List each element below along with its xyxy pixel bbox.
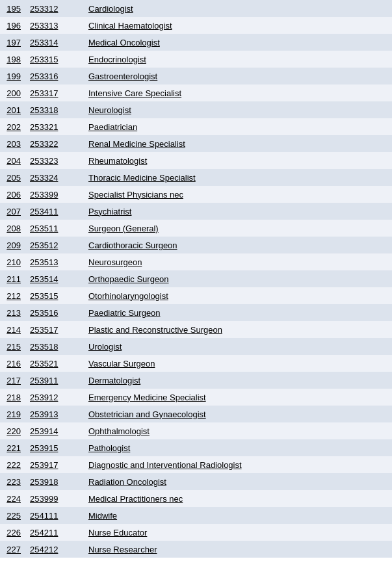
row-label: Vascular Surgeon bbox=[85, 355, 392, 372]
row-number: 207 bbox=[0, 203, 26, 220]
table-row: 222253917Diagnostic and Interventional R… bbox=[0, 456, 392, 473]
row-label: Orthopaedic Surgeon bbox=[85, 270, 392, 287]
row-number: 219 bbox=[0, 406, 26, 422]
row-code: 254211 bbox=[26, 524, 85, 541]
table-row: 217253911Dermatologist bbox=[0, 372, 392, 389]
row-label: Gastroenterologist bbox=[85, 68, 392, 84]
table-row: 225254111Midwife bbox=[0, 507, 392, 524]
table-row: 216253521Vascular Surgeon bbox=[0, 355, 392, 372]
row-label: Otorhinolaryngologist bbox=[85, 287, 392, 304]
row-label: Paediatrician bbox=[85, 118, 392, 135]
row-code: 253516 bbox=[26, 304, 85, 321]
table-row: 220253914Ophthalmologist bbox=[0, 422, 392, 439]
row-label: Thoracic Medicine Specialist bbox=[85, 169, 392, 186]
row-code: 253411 bbox=[26, 203, 85, 220]
row-label: Specialist Physicians nec bbox=[85, 186, 392, 203]
row-number: 221 bbox=[0, 439, 26, 456]
row-label: Psychiatrist bbox=[85, 203, 392, 220]
table-row: 204253323Rheumatologist bbox=[0, 152, 392, 169]
table-row: 215253518Urologist bbox=[0, 338, 392, 355]
row-label: Intensive Care Specialist bbox=[85, 84, 392, 101]
row-number: 218 bbox=[0, 389, 26, 406]
row-number: 226 bbox=[0, 524, 26, 541]
row-number: 215 bbox=[0, 338, 26, 355]
row-code: 253312 bbox=[26, 0, 85, 17]
row-code: 253914 bbox=[26, 422, 85, 439]
row-number: 210 bbox=[0, 253, 26, 270]
table-row: 196253313Clinical Haematologist bbox=[0, 17, 392, 34]
row-number: 214 bbox=[0, 321, 26, 338]
row-number: 206 bbox=[0, 186, 26, 203]
row-number: 200 bbox=[0, 84, 26, 101]
row-code: 253912 bbox=[26, 389, 85, 406]
row-number: 211 bbox=[0, 270, 26, 287]
row-code: 253918 bbox=[26, 473, 85, 490]
table-row: 206253399Specialist Physicians nec bbox=[0, 186, 392, 203]
table-row: 203253322Renal Medicine Specialist bbox=[0, 135, 392, 152]
row-code: 253399 bbox=[26, 186, 85, 203]
row-label: Rheumatologist bbox=[85, 152, 392, 169]
table-row: 221253915Pathologist bbox=[0, 439, 392, 456]
row-label: Midwife bbox=[85, 507, 392, 524]
row-label: Cardiothoracic Surgeon bbox=[85, 237, 392, 253]
row-code: 253317 bbox=[26, 84, 85, 101]
row-code: 253512 bbox=[26, 237, 85, 253]
table-row: 209253512Cardiothoracic Surgeon bbox=[0, 237, 392, 253]
row-label: Nurse Educator bbox=[85, 524, 392, 541]
row-number: 201 bbox=[0, 101, 26, 118]
row-number: 197 bbox=[0, 34, 26, 51]
row-number: 209 bbox=[0, 237, 26, 253]
row-label: Plastic and Reconstructive Surgeon bbox=[85, 321, 392, 338]
row-number: 217 bbox=[0, 372, 26, 389]
row-label: Emergency Medicine Specialist bbox=[85, 389, 392, 406]
row-code: 253313 bbox=[26, 17, 85, 34]
row-code: 253999 bbox=[26, 490, 85, 507]
row-number: 212 bbox=[0, 287, 26, 304]
table-row: 218253912Emergency Medicine Specialist bbox=[0, 389, 392, 406]
row-code: 253323 bbox=[26, 152, 85, 169]
row-code: 253514 bbox=[26, 270, 85, 287]
row-code: 253318 bbox=[26, 101, 85, 118]
row-label: Urologist bbox=[85, 338, 392, 355]
row-number: 222 bbox=[0, 456, 26, 473]
row-code: 253518 bbox=[26, 338, 85, 355]
row-label: Cardiologist bbox=[85, 0, 392, 17]
table-row: 210253513Neurosurgeon bbox=[0, 253, 392, 270]
row-code: 254111 bbox=[26, 507, 85, 524]
table-row: 213253516Paediatric Surgeon bbox=[0, 304, 392, 321]
table-row: 200253317Intensive Care Specialist bbox=[0, 84, 392, 101]
row-label: Radiation Oncologist bbox=[85, 473, 392, 490]
row-code: 253515 bbox=[26, 287, 85, 304]
row-number: 224 bbox=[0, 490, 26, 507]
table-row: 207253411Psychiatrist bbox=[0, 203, 392, 220]
row-label: Surgeon (General) bbox=[85, 220, 392, 237]
row-code: 254212 bbox=[26, 541, 85, 558]
row-code: 253915 bbox=[26, 439, 85, 456]
row-number: 198 bbox=[0, 51, 26, 68]
row-number: 205 bbox=[0, 169, 26, 186]
row-number: 223 bbox=[0, 473, 26, 490]
row-code: 253314 bbox=[26, 34, 85, 51]
row-number: 225 bbox=[0, 507, 26, 524]
row-code: 253517 bbox=[26, 321, 85, 338]
row-code: 253511 bbox=[26, 220, 85, 237]
row-number: 196 bbox=[0, 17, 26, 34]
table-row: 219253913Obstetrician and Gynaecologist bbox=[0, 406, 392, 422]
row-code: 253321 bbox=[26, 118, 85, 135]
table-row: 201253318Neurologist bbox=[0, 101, 392, 118]
row-number: 227 bbox=[0, 541, 26, 558]
table-row: 226254211Nurse Educator bbox=[0, 524, 392, 541]
row-label: Diagnostic and Interventional Radiologis… bbox=[85, 456, 392, 473]
row-number: 199 bbox=[0, 68, 26, 84]
row-number: 208 bbox=[0, 220, 26, 237]
row-number: 203 bbox=[0, 135, 26, 152]
table-row: 199253316Gastroenterologist bbox=[0, 68, 392, 84]
table-row: 195253312Cardiologist bbox=[0, 0, 392, 17]
row-code: 253316 bbox=[26, 68, 85, 84]
row-label: Medical Practitioners nec bbox=[85, 490, 392, 507]
table-row: 211253514Orthopaedic Surgeon bbox=[0, 270, 392, 287]
row-label: Clinical Haematologist bbox=[85, 17, 392, 34]
table-row: 205253324Thoracic Medicine Specialist bbox=[0, 169, 392, 186]
row-code: 253917 bbox=[26, 456, 85, 473]
table-row: 202253321Paediatrician bbox=[0, 118, 392, 135]
